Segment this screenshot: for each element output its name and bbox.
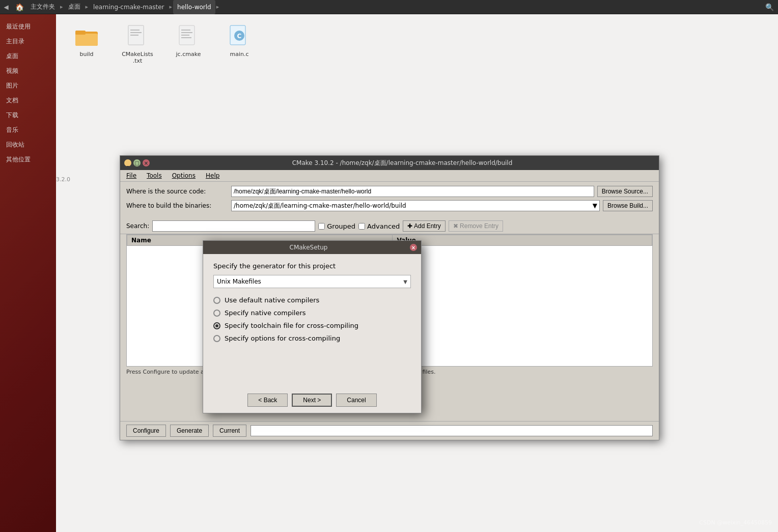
- radio-label-default: Use default native compilers: [225, 296, 319, 304]
- taskbar: ◀ 🏠 主文件夹 ▸ 桌面 ▸ learning-cmake-master ▸ …: [0, 0, 778, 14]
- cmakesetup-description: Specify the generator for this project: [213, 262, 411, 270]
- breadcrumb-sep-2: ▸: [169, 4, 174, 10]
- grouped-checkbox-group: Grouped: [318, 222, 355, 230]
- cmake-bottom-input[interactable]: [251, 425, 653, 436]
- cmake-form: Where is the source code: Browse Source.…: [120, 182, 659, 218]
- breadcrumb-sep-0: ▸: [59, 4, 64, 10]
- table-header-value: Value: [393, 235, 652, 246]
- radio-options-cross[interactable]: Specify options for cross-compiling: [213, 334, 411, 342]
- file-item-cmakelists[interactable]: CMakeLists.txt: [117, 24, 158, 64]
- sidebar-item-trash[interactable]: 回收站: [0, 137, 56, 152]
- search-button[interactable]: 🔍: [765, 3, 774, 11]
- file-item-jccmake[interactable]: jc.cmake: [168, 24, 209, 64]
- add-entry-button[interactable]: ✚ Add Entry: [403, 220, 445, 232]
- generator-dropdown-arrow: ▼: [403, 279, 407, 285]
- cmakesetup-buttons: < Back Next > Cancel: [203, 394, 421, 407]
- radio-label-native: Specify native compilers: [225, 309, 306, 317]
- back-button[interactable]: < Back: [247, 394, 288, 407]
- radio-circle-default: [213, 297, 220, 304]
- cmake-maximize-button[interactable]: □: [133, 159, 141, 166]
- advanced-checkbox[interactable]: [358, 223, 365, 230]
- cmake-bottom-row: Configure Generate Current: [120, 421, 659, 440]
- cmake-menu-file[interactable]: File: [122, 171, 141, 180]
- cmakesetup-title: CMakeSetup: [207, 244, 410, 251]
- radio-default-native[interactable]: Use default native compilers: [213, 296, 411, 304]
- cmake-close-button[interactable]: ×: [143, 159, 150, 166]
- cmake-file-icon: [176, 24, 201, 49]
- cmake-menu-tools[interactable]: Tools: [143, 171, 166, 180]
- svg-rect-2: [75, 31, 86, 35]
- cmake-menu-help[interactable]: Help: [202, 171, 224, 180]
- file-item-build[interactable]: build: [66, 24, 107, 64]
- current-button[interactable]: Current: [213, 425, 246, 437]
- c-file-icon: C: [227, 24, 252, 49]
- folder-icon: [74, 24, 99, 49]
- svg-rect-10: [130, 30, 140, 31]
- breadcrumb-home[interactable]: 主文件夹: [26, 0, 59, 14]
- home-icon[interactable]: 🏠: [12, 0, 26, 14]
- build-dropdown-arrow: ▼: [593, 202, 597, 209]
- sidebar-item-downloads[interactable]: 下载: [0, 108, 56, 123]
- radio-circle-native: [213, 310, 220, 317]
- build-dropdown[interactable]: /home/zqk/桌面/learning-cmake-master/hello…: [231, 200, 600, 211]
- browse-source-button[interactable]: Browse Source...: [597, 186, 653, 197]
- cmake-menu-options[interactable]: Options: [168, 171, 200, 180]
- svg-rect-16: [181, 35, 189, 36]
- generator-dropdown[interactable]: Unix Makefiles ▼: [213, 275, 411, 288]
- sidebar-item-music[interactable]: 音乐: [0, 123, 56, 137]
- cmake-title: CMake 3.10.2 - /home/zqk/桌面/learning-cma…: [150, 159, 655, 167]
- sidebar-item-docs[interactable]: 文档: [0, 93, 56, 108]
- configure-button[interactable]: Configure: [126, 425, 166, 437]
- sidebar-item-other[interactable]: 其他位置: [0, 152, 56, 167]
- file-label-jccmake: jc.cmake: [176, 51, 201, 58]
- file-label-build: build: [79, 51, 93, 58]
- radio-group: Use default native compilers Specify nat…: [213, 296, 411, 342]
- search-label: Search:: [126, 222, 149, 230]
- sidebar-item-home[interactable]: 主目录: [0, 34, 56, 49]
- grouped-label: Grouped: [327, 222, 355, 230]
- source-input[interactable]: [231, 186, 594, 197]
- grouped-checkbox[interactable]: [318, 223, 325, 230]
- breadcrumb-cmake-master[interactable]: learning-cmake-master: [89, 0, 168, 14]
- breadcrumb-desktop[interactable]: 桌面: [64, 0, 85, 14]
- radio-specify-native[interactable]: Specify native compilers: [213, 309, 411, 317]
- file-item-mainc[interactable]: C main.c: [219, 24, 260, 64]
- breadcrumb-sep-3: ▸: [215, 4, 220, 10]
- breadcrumb-sep-1: ▸: [85, 4, 90, 10]
- radio-circle-options: [213, 335, 220, 342]
- cancel-button[interactable]: Cancel: [336, 394, 376, 407]
- cmakesetup-close-button[interactable]: ×: [410, 244, 417, 251]
- advanced-checkbox-group: Advanced: [358, 222, 400, 230]
- file-label-mainc: main.c: [230, 51, 248, 58]
- breadcrumb: 主文件夹 ▸ 桌面 ▸ learning-cmake-master ▸ hell…: [26, 0, 220, 14]
- file-label-cmakelists: CMakeLists.txt: [122, 51, 153, 64]
- sidebar-item-desktop[interactable]: 桌面: [0, 49, 56, 64]
- svg-rect-14: [181, 30, 190, 31]
- svg-rect-11: [130, 32, 142, 33]
- cmake-minimize-button[interactable]: _: [124, 159, 131, 166]
- cmakesetup-dialog: CMakeSetup × Specify the generator for t…: [203, 240, 422, 413]
- sidebar-item-video[interactable]: 视频: [0, 64, 56, 78]
- build-row: Where to build the binaries: /home/zqk/桌…: [126, 200, 653, 211]
- sidebar: 最近使用 主目录 桌面 视频 图片 文档 下载 音乐 回收站 其他位置: [0, 14, 56, 532]
- svg-rect-15: [181, 32, 192, 33]
- radio-label-toolchain: Specify toolchain file for cross-compili…: [225, 322, 358, 329]
- sidebar-item-recent[interactable]: 最近使用: [0, 19, 56, 34]
- build-value: /home/zqk/桌面/learning-cmake-master/hello…: [234, 202, 406, 210]
- generator-value: Unix Makefiles: [217, 278, 261, 285]
- cmakesetup-titlebar: CMakeSetup ×: [203, 241, 421, 254]
- radio-toolchain[interactable]: Specify toolchain file for cross-compili…: [213, 322, 411, 329]
- svg-rect-12: [130, 35, 138, 36]
- sidebar-item-pictures[interactable]: 图片: [0, 78, 56, 93]
- next-button[interactable]: Next >: [292, 394, 332, 407]
- watermark: CSDN @weixin_46450859: [699, 519, 772, 526]
- source-row: Where is the source code: Browse Source.…: [126, 186, 653, 197]
- browse-build-button[interactable]: Browse Build...: [603, 200, 653, 211]
- svg-text:C: C: [237, 33, 242, 40]
- search-input[interactable]: [152, 220, 315, 232]
- back-button[interactable]: ◀: [0, 0, 12, 14]
- generate-button[interactable]: Generate: [170, 425, 209, 437]
- remove-entry-button[interactable]: ✖ Remove Entry: [449, 220, 503, 232]
- svg-rect-1: [75, 34, 98, 46]
- breadcrumb-hello-world[interactable]: hello-world: [173, 0, 215, 14]
